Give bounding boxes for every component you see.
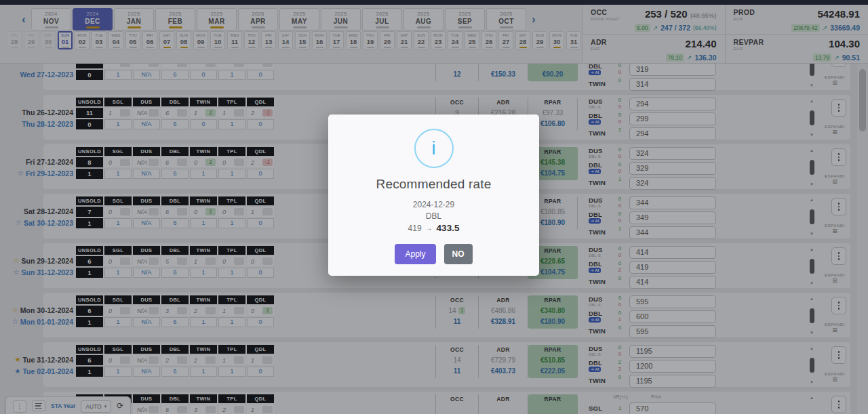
recommended-rate-modal: i Recommended rate 2024-12-29 DBL 419 → … <box>328 115 539 276</box>
arrow-right-icon: → <box>426 224 433 232</box>
modal-date: 2024-12-29 <box>328 200 539 209</box>
modal-rate-change: 419 → 433.5 <box>328 223 539 233</box>
new-rate: 433.5 <box>437 223 460 233</box>
no-button[interactable]: NO <box>444 244 473 264</box>
apply-button[interactable]: Apply <box>395 244 435 264</box>
modal-title: Recommended rate <box>328 177 539 192</box>
info-icon: i <box>414 129 454 168</box>
modal-room-type: DBL <box>328 211 539 221</box>
old-rate: 419 <box>408 224 422 233</box>
